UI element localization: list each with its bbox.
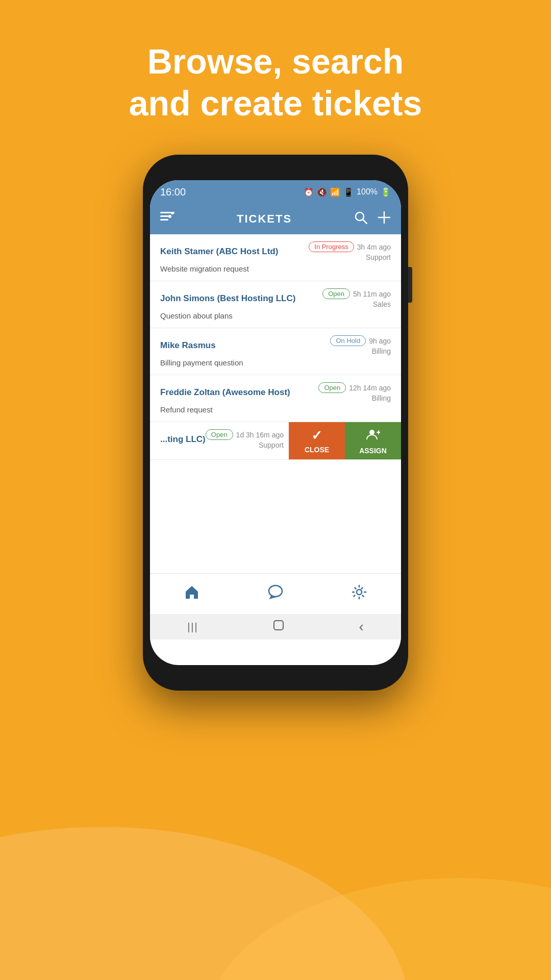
phone-side-button: [408, 267, 412, 303]
ticket-item[interactable]: Mike Rasmus On Hold 9h ago Billing Billi…: [150, 328, 401, 375]
status-time: 16:00: [160, 186, 186, 198]
phone-frame: 16:00 ⏰ 🔇 📶 📱 100% 🔋: [143, 155, 408, 691]
toolbar-title: TICKETS: [237, 212, 292, 226]
recent-apps-button[interactable]: |||: [187, 621, 198, 633]
ticket-list: Keith Stamer (ABC Host Ltd) In Progress …: [150, 234, 401, 460]
ticket-dept: Billing: [372, 394, 391, 402]
close-swipe-button[interactable]: ✓ CLOSE: [289, 422, 345, 459]
bottom-nav: [150, 573, 401, 614]
ticket-dept: Billing: [372, 347, 391, 355]
ticket-time: 9h ago: [369, 337, 391, 345]
ticket-time: 5h 11m ago: [353, 290, 391, 298]
ticket-subject: Refund request: [160, 405, 213, 414]
battery-icon: 🔋: [381, 187, 391, 197]
assign-swipe-button[interactable]: ASSIGN: [345, 422, 401, 459]
page-title: Browse, search and create tickets: [98, 41, 453, 124]
swipe-actions: ✓ CLOSE: [289, 422, 401, 459]
settings-icon: [350, 583, 368, 604]
phone-screen: 16:00 ⏰ 🔇 📶 📱 100% 🔋: [150, 180, 401, 665]
ticket-name: John Simons (Best Hosting LLC): [160, 293, 295, 304]
ticket-time: 3h 4m ago: [357, 243, 391, 251]
ticket-time: 12h 14m ago: [349, 384, 391, 392]
ticket-subject: Question about plans: [160, 311, 233, 320]
ticket-badge: Open: [206, 429, 233, 440]
phone-mockup: 16:00 ⏰ 🔇 📶 📱 100% 🔋: [143, 155, 408, 691]
svg-rect-4: [160, 219, 168, 220]
svg-line-8: [363, 219, 367, 224]
ticket-badge: On Hold: [330, 335, 366, 346]
ticket-name: Mike Rasmus: [160, 340, 216, 351]
svg-point-6: [168, 215, 171, 218]
back-button[interactable]: ‹: [359, 619, 363, 635]
svg-point-5: [171, 212, 174, 214]
ticket-item[interactable]: Freddie Zoltan (Awesome Host) Open 12h 1…: [150, 375, 401, 422]
ticket-right-col: In Progress 3h 4m ago Support: [309, 241, 391, 261]
ticket-right-col: On Hold 9h ago Billing: [330, 335, 391, 355]
checkmark-icon: ✓: [311, 428, 322, 444]
assign-person-icon: [366, 427, 380, 445]
ticket-badge: Open: [318, 382, 346, 393]
filter-icon[interactable]: [160, 212, 174, 226]
svg-rect-16: [274, 621, 283, 630]
ticket-item[interactable]: John Simons (Best Hosting LLC) Open 5h 1…: [150, 281, 401, 328]
ticket-name: ...ting LLC): [160, 434, 206, 445]
status-icons: ⏰ 🔇 📶 📱 100% 🔋: [304, 187, 391, 197]
assign-label: ASSIGN: [359, 447, 387, 455]
home-button[interactable]: [273, 620, 284, 634]
mute-icon: 🔇: [317, 187, 327, 197]
ticket-name: Freddie Zoltan (Awesome Host): [160, 387, 290, 398]
add-ticket-icon[interactable]: [378, 211, 391, 228]
status-bar: 16:00 ⏰ 🔇 📶 📱 100% 🔋: [150, 180, 401, 204]
svg-point-11: [369, 430, 374, 435]
svg-point-15: [357, 590, 362, 595]
android-nav: ||| ‹: [150, 614, 401, 640]
ticket-item-swipe[interactable]: ...ting LLC) Open 1d 3h 16m ago Support …: [150, 422, 401, 460]
ticket-right-col: Open 1d 3h 16m ago Support: [206, 429, 284, 449]
nav-settings[interactable]: [350, 583, 368, 604]
battery-level: 100%: [357, 187, 378, 197]
ticket-badge: In Progress: [309, 241, 354, 252]
wifi-icon: 📶: [330, 187, 340, 197]
ticket-name: Keith Stamer (ABC Host Ltd): [160, 247, 278, 257]
svg-point-14: [269, 585, 282, 597]
home-icon: [183, 583, 201, 604]
toolbar-actions: [354, 211, 391, 228]
ticket-item[interactable]: Keith Stamer (ABC Host Ltd) In Progress …: [150, 234, 401, 281]
ticket-time: 1d 3h 16m ago: [236, 431, 284, 439]
close-label: CLOSE: [305, 446, 329, 454]
ticket-subject: Billing payment question: [160, 358, 243, 367]
ticket-dept: Support: [366, 253, 391, 261]
ticket-dept: Sales: [373, 300, 391, 308]
app-toolbar: TICKETS: [150, 204, 401, 234]
nav-home[interactable]: [183, 583, 201, 604]
signal-icon: 📱: [343, 187, 354, 197]
ticket-dept: Support: [259, 441, 284, 449]
ticket-badge: Open: [322, 288, 350, 299]
ticket-subject: Website migration request: [160, 264, 249, 273]
nav-chat[interactable]: [267, 583, 284, 604]
bottom-nav-area: ||| ‹: [150, 573, 401, 640]
search-icon[interactable]: [354, 211, 367, 228]
alarm-icon: ⏰: [304, 187, 314, 197]
ticket-right-col: Open 12h 14m ago Billing: [318, 382, 391, 402]
chat-icon: [267, 583, 284, 604]
ticket-right-col: Open 5h 11m ago Sales: [322, 288, 391, 308]
